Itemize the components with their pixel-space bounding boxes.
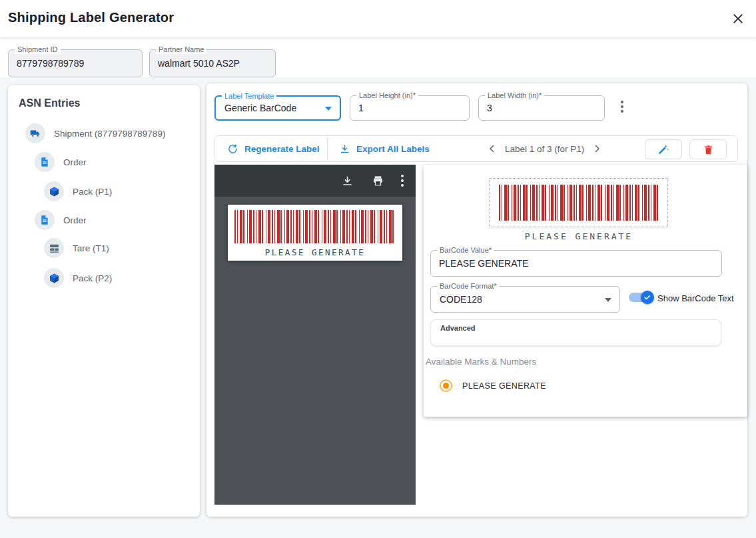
tree-item-label: Shipment (8779798789789) <box>54 129 165 139</box>
show-barcode-text-label: Show BarCode Text <box>657 293 734 303</box>
shipment-id-input[interactable] <box>17 50 134 77</box>
export-all-labels-button[interactable]: Export All Labels <box>339 136 430 161</box>
barcode-caption: PLEASE GENERATE <box>228 247 402 257</box>
label-preview-page: PLEASE GENERATE <box>228 205 402 261</box>
more-options-button[interactable] <box>615 98 629 115</box>
dialog-header: Shipping Label Generator <box>0 0 756 37</box>
label-width-field: Label Width (in)* <box>478 95 605 121</box>
tree-item-label: Pack (P2) <box>73 273 112 283</box>
label-template-label: Label Template <box>222 92 276 101</box>
partner-name-input[interactable] <box>158 50 267 77</box>
regenerate-label-text: Regenerate Label <box>244 144 320 154</box>
mark-label: PLEASE GENERATE <box>462 381 546 391</box>
partner-name-label: Partner Name <box>156 45 206 54</box>
cube-icon <box>44 268 64 288</box>
partner-name-field: Partner Name <box>149 49 276 77</box>
download-icon <box>339 143 350 155</box>
refresh-icon <box>227 143 238 155</box>
barcode-format-value: CODE128 <box>440 294 482 305</box>
label-template-select[interactable]: Label Template Generic BarCode <box>214 95 341 121</box>
magic-wand-icon <box>657 143 669 155</box>
label-toolbar: Regenerate Label Export All Labels Label… <box>214 135 738 162</box>
document-icon <box>35 210 55 230</box>
barcode-preview-box <box>490 178 668 227</box>
close-icon <box>731 12 745 25</box>
barcode-value-field: BarCode Value* <box>430 250 722 277</box>
tree-item-label: Tare (T1) <box>73 243 109 253</box>
label-pager: Label 1 of 3 (for P1) <box>485 136 604 161</box>
label-height-field: Label Height (in)* <box>350 95 470 121</box>
radio-selected-icon <box>440 379 452 392</box>
tree-item-order-1[interactable]: Order <box>35 152 87 172</box>
tree-item-shipment[interactable]: Shipment (8779798789789) <box>25 123 165 143</box>
available-marks-title: Available Marks & Numbers <box>426 357 536 367</box>
label-height-label: Label Height (in)* <box>356 91 418 100</box>
label-template-value: Generic BarCode <box>224 103 296 113</box>
tree-item-label: Pack (P1) <box>73 187 112 197</box>
tree-item-order-2[interactable]: Order <box>35 210 87 230</box>
cube-icon <box>44 181 64 201</box>
pdf-download-icon[interactable] <box>340 173 354 188</box>
barcode-format-label: BarCode Format* <box>437 282 500 291</box>
barcode-image <box>234 210 396 243</box>
check-icon <box>643 293 651 301</box>
regenerate-label-button[interactable]: Regenerate Label <box>227 136 320 161</box>
barcode-value-label: BarCode Value* <box>437 246 494 255</box>
tree-item-label: Order <box>63 215 87 225</box>
shipment-id-label: Shipment ID <box>15 45 61 54</box>
barcode-format-select[interactable]: BarCode Format* CODE128 <box>430 286 620 313</box>
page-title: Shipping Label Generator <box>8 10 174 25</box>
chevron-down-icon <box>325 107 332 111</box>
label-editor-panel: Label Template Generic BarCode Label Hei… <box>206 83 747 517</box>
delete-label-button[interactable] <box>689 139 727 159</box>
asn-entries-title: ASN Entries <box>19 97 80 109</box>
document-icon <box>35 152 55 172</box>
tree-item-pack-p2[interactable]: Pack (P2) <box>44 268 112 288</box>
pdf-toolbar <box>214 165 416 197</box>
advanced-label: Advanced <box>440 324 476 332</box>
barcode-caption: PLEASE GENERATE <box>490 231 668 241</box>
export-all-labels-text: Export All Labels <box>356 144 430 154</box>
label-width-label: Label Width (in)* <box>485 91 544 100</box>
trash-icon <box>703 144 714 155</box>
pdf-preview-panel: PLEASE GENERATE <box>214 165 416 505</box>
barcode-image <box>499 185 659 221</box>
tree-item-tare-t1[interactable]: Tare (T1) <box>44 238 109 258</box>
mark-radio-row[interactable]: PLEASE GENERATE <box>440 379 546 392</box>
pdf-print-icon[interactable] <box>370 173 385 188</box>
asn-entries-panel: ASN Entries Shipment (8779798789789) Ord… <box>8 85 200 517</box>
advanced-expansion-panel[interactable]: Advanced <box>430 319 721 346</box>
shipment-id-field: Shipment ID <box>8 49 143 77</box>
barcode-form-panel: PLEASE GENERATE BarCode Value* BarCode F… <box>424 165 747 417</box>
tree-item-pack-p1[interactable]: Pack (P1) <box>44 181 112 201</box>
show-barcode-text-toggle[interactable] <box>627 290 654 305</box>
pallet-icon <box>44 238 64 258</box>
chevron-right-icon[interactable] <box>589 141 604 156</box>
chevron-left-icon[interactable] <box>485 141 500 156</box>
truck-icon <box>25 123 45 143</box>
toolbar-divider <box>327 136 328 161</box>
tree-item-label: Order <box>63 157 87 167</box>
magic-wand-button[interactable] <box>645 139 682 159</box>
pager-text: Label 1 of 3 (for P1) <box>505 144 584 154</box>
chevron-down-icon <box>605 298 611 302</box>
pdf-more-icon[interactable] <box>401 175 404 187</box>
close-button[interactable] <box>729 10 747 27</box>
